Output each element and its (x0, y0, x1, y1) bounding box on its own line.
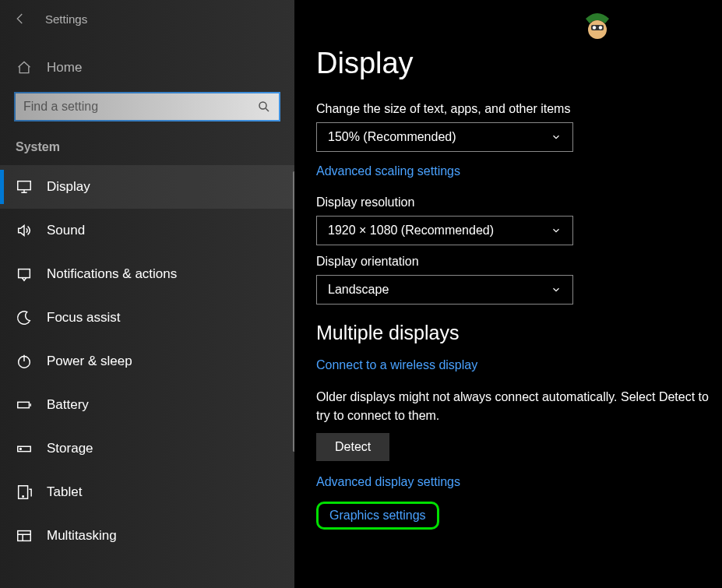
svg-rect-4 (18, 402, 30, 407)
sound-icon (16, 222, 33, 239)
sidebar-item-power-sleep[interactable]: Power & sleep (0, 340, 294, 383)
window-title: Settings (45, 12, 87, 26)
moon-icon (16, 309, 33, 326)
sidebar-item-multitasking[interactable]: Multitasking (0, 514, 294, 558)
svg-point-8 (23, 496, 23, 497)
sidebar-item-label: Storage (47, 441, 93, 456)
battery-icon (16, 396, 33, 414)
page-title: Display (316, 47, 722, 80)
scale-value: 150% (Recommended) (328, 130, 456, 144)
storage-icon (16, 440, 33, 457)
svg-point-13 (599, 26, 602, 29)
svg-point-12 (593, 26, 596, 29)
chevron-down-icon (551, 132, 562, 143)
sidebar-item-sound[interactable]: Sound (0, 209, 294, 252)
sidebar-section-title: System (0, 121, 294, 165)
sidebar-item-label: Tablet (47, 484, 82, 500)
advanced-scaling-link[interactable]: Advanced scaling settings (316, 164, 460, 178)
svg-rect-9 (18, 531, 31, 541)
sidebar-item-label: Display (47, 179, 90, 195)
sidebar-item-notifications[interactable]: Notifications & actions (0, 252, 294, 296)
tablet-icon (16, 484, 33, 501)
wireless-display-link[interactable]: Connect to a wireless display (316, 358, 477, 372)
search-input[interactable] (23, 100, 257, 114)
sidebar-item-label: Battery (47, 397, 89, 413)
home-nav[interactable]: Home (0, 50, 294, 86)
sidebar-item-storage[interactable]: Storage (0, 427, 294, 470)
search-icon (257, 100, 271, 114)
svg-point-0 (259, 102, 266, 109)
orientation-label: Display orientation (316, 255, 722, 269)
home-label: Home (47, 60, 82, 76)
chevron-down-icon (551, 284, 562, 295)
home-icon (16, 59, 33, 76)
multitask-icon (16, 527, 33, 544)
multiple-displays-header: Multiple displays (316, 322, 722, 344)
advanced-display-link[interactable]: Advanced display settings (316, 475, 460, 489)
detect-description: Older displays might not always connect … (316, 388, 721, 425)
monitor-icon (16, 178, 33, 195)
graphics-settings-highlight: Graphics settings (316, 502, 439, 530)
avatar (582, 11, 613, 42)
orientation-dropdown[interactable]: Landscape (316, 275, 573, 305)
sidebar-item-label: Multitasking (47, 528, 117, 544)
search-box[interactable] (14, 92, 280, 121)
scale-dropdown[interactable]: 150% (Recommended) (316, 122, 573, 152)
orientation-value: Landscape (328, 283, 389, 297)
graphics-settings-link[interactable]: Graphics settings (329, 509, 426, 523)
sidebar: Settings Home System Display Sound (0, 0, 294, 588)
sidebar-item-tablet[interactable]: Tablet (0, 470, 294, 514)
sidebar-item-display[interactable]: Display (0, 165, 294, 209)
svg-point-6 (20, 449, 22, 450)
back-arrow-icon (13, 12, 27, 26)
notification-icon (16, 266, 33, 283)
svg-rect-1 (18, 181, 31, 190)
detect-button[interactable]: Detect (316, 433, 389, 461)
resolution-dropdown[interactable]: 1920 × 1080 (Recommended) (316, 216, 573, 245)
chevron-down-icon (551, 225, 562, 236)
sidebar-item-label: Notifications & actions (47, 266, 177, 282)
power-icon (16, 353, 33, 370)
nav-list: Display Sound Notifications & actions Fo… (0, 165, 294, 558)
sidebar-item-battery[interactable]: Battery (0, 383, 294, 427)
sidebar-item-label: Sound (47, 223, 85, 238)
sidebar-item-focus-assist[interactable]: Focus assist (0, 296, 294, 340)
svg-rect-2 (19, 269, 30, 278)
main-pane: Display Change the size of text, apps, a… (294, 0, 722, 588)
sidebar-item-label: Focus assist (47, 310, 120, 326)
sidebar-item-label: Power & sleep (47, 354, 132, 369)
scale-label: Change the size of text, apps, and other… (316, 102, 722, 116)
resolution-label: Display resolution (316, 195, 722, 209)
back-button[interactable] (9, 8, 31, 30)
resolution-value: 1920 × 1080 (Recommended) (328, 224, 494, 238)
topbar: Settings (0, 0, 294, 37)
